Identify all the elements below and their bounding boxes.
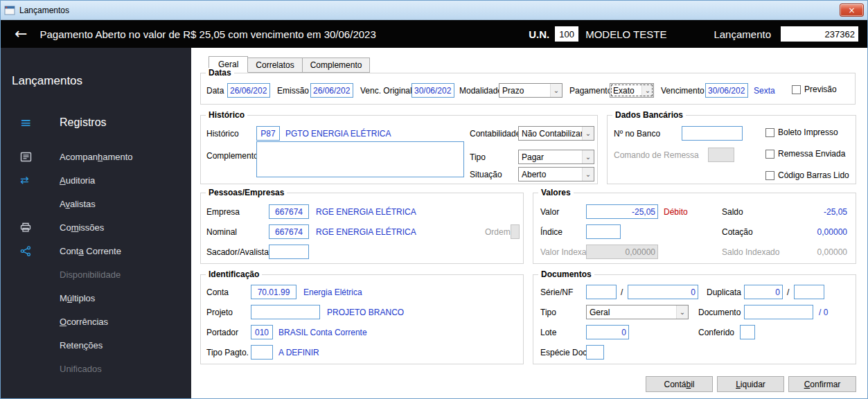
documento-input[interactable] bbox=[744, 305, 813, 319]
historico-label: Histórico bbox=[206, 129, 239, 139]
saldo-label: Saldo bbox=[722, 207, 743, 217]
sidebar-item-label: Disponibilidade bbox=[60, 269, 121, 280]
empresa-input[interactable] bbox=[269, 204, 309, 219]
indice-label: Índice bbox=[540, 227, 563, 237]
projeto-label: Projeto bbox=[206, 308, 233, 317]
checkbox-box bbox=[765, 128, 774, 137]
sidebar-item-auditoria[interactable]: ⇄ Auditoria bbox=[1, 170, 191, 190]
modalidade-value: Prazo bbox=[499, 86, 550, 96]
sidebar-item-avalistas[interactable]: Avalistas bbox=[1, 194, 191, 213]
boleto-impresso-checkbox[interactable]: Boleto Impresso bbox=[765, 127, 838, 137]
portador-label: Portador bbox=[206, 328, 238, 337]
liquidar-button[interactable]: Liquidar bbox=[717, 376, 784, 392]
nominal-desc: RGE ENERGIA ELÉTRICA bbox=[316, 227, 416, 237]
sidebar-item-unificados: Unificados bbox=[1, 359, 191, 378]
group-datas-title: Datas bbox=[206, 68, 234, 78]
sidebar-section-registros[interactable]: ≡ Registros bbox=[1, 113, 191, 132]
nominal-input[interactable] bbox=[269, 224, 309, 239]
tipo-select[interactable]: Pagar ⌄ bbox=[518, 150, 594, 164]
previsao-checkbox[interactable]: Previsão bbox=[792, 85, 837, 94]
emissao-input[interactable] bbox=[310, 83, 353, 98]
tab-complemento[interactable]: Complemento bbox=[303, 57, 371, 73]
modalidade-label: Modalidade bbox=[459, 86, 502, 96]
historico-input[interactable] bbox=[256, 126, 280, 141]
n-banco-input[interactable] bbox=[682, 126, 743, 141]
model-name: MODELO TESTE bbox=[585, 28, 666, 40]
doc-tipo-select[interactable]: Geral ⌄ bbox=[586, 305, 689, 319]
venc-original-input[interactable] bbox=[411, 83, 454, 98]
situacao-label: Situação bbox=[470, 170, 502, 179]
duplicata2-input[interactable] bbox=[794, 285, 824, 299]
especie-doc-input[interactable] bbox=[586, 345, 604, 360]
sidebar-item-ocorrencias[interactable]: Ocorrências bbox=[1, 312, 191, 331]
modalidade-select[interactable]: Prazo ⌄ bbox=[499, 83, 563, 98]
sidebar-item-label: Auditoria bbox=[60, 175, 95, 186]
pagamento-select[interactable]: Exato ⌄ bbox=[610, 83, 654, 98]
comando-remessa-label: Comando de Remessa bbox=[614, 150, 699, 160]
sidebar-title: Lançamentos bbox=[12, 74, 82, 88]
chevron-down-icon: ⌄ bbox=[582, 168, 594, 181]
projeto-input[interactable] bbox=[251, 305, 320, 319]
contabil-button[interactable]: Contábil bbox=[646, 376, 713, 392]
saldo-value: -25,05 bbox=[824, 207, 847, 217]
lancamento-number-input[interactable] bbox=[781, 26, 858, 42]
journal-icon bbox=[20, 152, 60, 162]
checkbox-box bbox=[765, 150, 774, 159]
data-input[interactable] bbox=[227, 83, 270, 98]
sidebar-item-multiplos[interactable]: Múltiplos bbox=[1, 288, 191, 308]
confirmar-button[interactable]: Confirmar bbox=[788, 376, 856, 392]
tipo-pagto-desc: A DEFINIR bbox=[278, 348, 319, 357]
close-button[interactable]: × bbox=[840, 3, 864, 17]
contabilidade-value: Não Contabilizar bbox=[519, 129, 582, 139]
documento-label: Documento bbox=[698, 308, 741, 317]
sidebar-section-label: Registros bbox=[60, 116, 107, 129]
sidebar-item-conta-corrente[interactable]: Conta Corrente bbox=[1, 241, 191, 260]
menu-icon: ≡ bbox=[20, 116, 32, 130]
app-icon bbox=[4, 6, 15, 15]
duplicata-slash: / bbox=[787, 287, 789, 297]
situacao-select[interactable]: Aberto ⌄ bbox=[518, 167, 594, 181]
nominal-label: Nominal bbox=[206, 227, 237, 237]
sidebar-item-label: Avalistas bbox=[60, 199, 96, 209]
remessa-enviada-checkbox[interactable]: Remessa Enviada bbox=[765, 149, 845, 159]
sidebar-item-label: Ocorrências bbox=[60, 317, 108, 327]
sacador-avalista-input[interactable] bbox=[269, 245, 309, 259]
valor-indexado-input bbox=[586, 245, 658, 259]
sacador-avalista-label: Sacador/Avalista bbox=[206, 247, 269, 257]
contabilidade-label: Contabilidade bbox=[470, 129, 520, 139]
sidebar-item-retencoes[interactable]: Retenções bbox=[1, 335, 191, 355]
share-icon bbox=[20, 246, 60, 256]
back-arrow-icon[interactable]: ← bbox=[15, 26, 27, 42]
serie-input[interactable] bbox=[586, 285, 617, 299]
tipo-pagto-input[interactable] bbox=[251, 345, 273, 360]
sidebar-item-label: Acompanhamento bbox=[60, 152, 133, 162]
group-documentos-title: Documentos bbox=[538, 269, 594, 279]
contabilidade-select[interactable]: Não Contabilizar ⌄ bbox=[518, 126, 594, 141]
valor-input[interactable] bbox=[586, 204, 658, 219]
sidebar-item-comissoes[interactable]: Comissões bbox=[1, 218, 191, 237]
group-documentos: Documentos Série/NF / Duplicata / Tipo G… bbox=[533, 274, 856, 364]
un-input[interactable] bbox=[555, 26, 578, 42]
complemento-textarea[interactable] bbox=[256, 141, 464, 177]
group-dados-bancarios-title: Dados Bancários bbox=[612, 110, 686, 120]
indice-input[interactable] bbox=[586, 224, 621, 239]
codigo-barras-checkbox[interactable]: Código Barras Lido bbox=[765, 170, 849, 180]
lote-input[interactable] bbox=[586, 325, 629, 339]
sidebar-item-label: Múltiplos bbox=[60, 293, 95, 303]
emissao-label: Emissão bbox=[277, 86, 309, 96]
tab-correlatos[interactable]: Correlatos bbox=[248, 57, 302, 73]
conta-input[interactable] bbox=[251, 285, 296, 299]
doc-tipo-label: Tipo bbox=[540, 308, 556, 317]
group-valores: Valores Valor Débito Saldo -25,05 Índice… bbox=[533, 193, 856, 264]
conferido-input[interactable] bbox=[740, 325, 755, 339]
window-title: Lançamentos bbox=[19, 6, 69, 15]
portador-input[interactable] bbox=[251, 325, 273, 339]
vencimento-input[interactable] bbox=[705, 83, 748, 98]
tipo-value: Pagar bbox=[519, 152, 582, 162]
duplicata-input[interactable] bbox=[744, 285, 783, 299]
sidebar-item-acompanhamento[interactable]: Acompanhamento bbox=[1, 147, 191, 166]
nf-input[interactable] bbox=[628, 285, 698, 299]
conta-label: Conta bbox=[206, 287, 229, 297]
sidebar-item-label: Unificados bbox=[60, 364, 102, 374]
group-valores-title: Valores bbox=[538, 188, 574, 197]
